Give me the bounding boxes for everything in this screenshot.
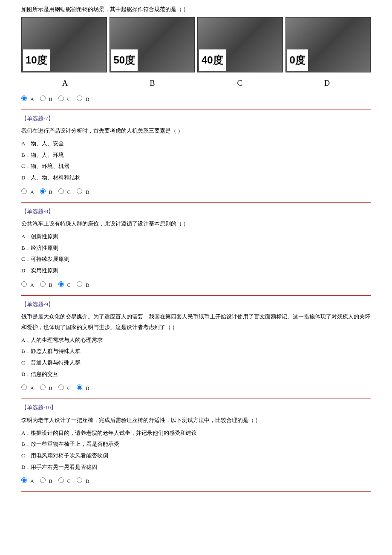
option-c: C．用电风扇对椅子吹风看能否吹倒 bbox=[21, 451, 371, 461]
option-c: C．物、环境、机器 bbox=[21, 161, 371, 172]
option-a: A．人的生理需求与人的心理需求 bbox=[21, 335, 371, 346]
figure-c: 40度 bbox=[197, 17, 283, 72]
divider bbox=[21, 295, 371, 296]
radio-q7-a[interactable] bbox=[21, 188, 27, 194]
question-title: 【单选题-8】 bbox=[21, 206, 371, 217]
radio-q10-d[interactable] bbox=[77, 477, 82, 483]
radio-label: C bbox=[67, 477, 71, 486]
image-label-c: C bbox=[196, 76, 283, 90]
option-d: D．实用性原则 bbox=[21, 266, 371, 276]
option-b: B．经济性原则 bbox=[21, 243, 371, 254]
radio-q6-a[interactable] bbox=[21, 95, 27, 101]
question-text: 公共汽车上设有特殊人群的座位，此设计遵循了设计基本原则的（ ） bbox=[21, 219, 371, 229]
radio-q10-a[interactable] bbox=[21, 477, 27, 483]
radio-q7-c[interactable] bbox=[58, 188, 64, 194]
radio-q9-a[interactable] bbox=[21, 384, 27, 390]
option-c: C．可持续发展原则 bbox=[21, 254, 371, 265]
question-title: 【单选题-9】 bbox=[21, 299, 371, 310]
radio-label: D bbox=[86, 188, 89, 197]
radio-q10-b[interactable] bbox=[40, 477, 46, 483]
question-text: 李明为老年人设计了一把座椅，完成后需验证座椅的舒适性，以下测试方法中，比较合理的… bbox=[21, 415, 371, 426]
question-text: 钱币是最大众化的交易媒介。为了适应盲人的需要，我国在第四套人民币纸币上开始设计使… bbox=[21, 312, 371, 332]
radio-label: C bbox=[67, 95, 71, 104]
radio-label: C bbox=[67, 280, 71, 290]
radio-q7-d[interactable] bbox=[77, 188, 82, 194]
radio-label: D bbox=[86, 384, 89, 393]
divider bbox=[21, 110, 371, 110]
radio-label: B bbox=[49, 280, 52, 290]
option-d: D．人、物、材料和结构 bbox=[21, 173, 371, 183]
option-b: B．物、人、环境 bbox=[21, 150, 371, 161]
angle-label-d: 0度 bbox=[287, 49, 308, 71]
radio-q8-a[interactable] bbox=[21, 281, 27, 287]
option-d: D．信息的交互 bbox=[21, 369, 371, 380]
question-title: 【单选题-7】 bbox=[21, 113, 371, 124]
question-6: 如图所示是用钢锯锯割角钢的场景，其中起锯操作符合规范的是（ ） 10度 50度 … bbox=[21, 4, 371, 104]
option-b: B．静态人群与特殊人群 bbox=[21, 346, 371, 357]
radio-q8-c[interactable] bbox=[58, 281, 64, 287]
radio-group-q10: A B C D bbox=[21, 477, 371, 486]
image-row: 10度 50度 40度 0度 bbox=[21, 17, 371, 72]
radio-q6-d[interactable] bbox=[77, 95, 82, 101]
radio-label: C bbox=[67, 188, 71, 197]
option-a: A．物、人、安全 bbox=[21, 139, 371, 149]
radio-label: B bbox=[49, 95, 52, 104]
radio-q6-c[interactable] bbox=[58, 95, 64, 101]
radio-label: D bbox=[86, 477, 89, 486]
divider bbox=[21, 491, 371, 492]
image-label-a: A bbox=[21, 76, 109, 90]
radio-group-q7: A B C D bbox=[21, 188, 371, 197]
angle-label-c: 40度 bbox=[199, 49, 226, 71]
radio-q8-d[interactable] bbox=[77, 281, 82, 287]
question-7: 【单选题-7】 我们在进行产品设计分析时，首先要考虑的人机关系三要素是（ ） A… bbox=[21, 113, 371, 197]
angle-label-a: 10度 bbox=[23, 49, 50, 71]
image-label-row: A B C D bbox=[21, 76, 371, 90]
question-9: 【单选题-9】 钱币是最大众化的交易媒介。为了适应盲人的需要，我国在第四套人民币… bbox=[21, 299, 371, 394]
question-title: 【单选题-10】 bbox=[21, 402, 371, 413]
figure-d: 0度 bbox=[285, 17, 371, 72]
radio-q6-b[interactable] bbox=[40, 95, 46, 101]
option-a: A．创新性原则 bbox=[21, 231, 371, 242]
option-d: D．用手左右晃一晃看是否稳固 bbox=[21, 462, 371, 473]
radio-label: B bbox=[49, 477, 52, 486]
radio-label: B bbox=[49, 384, 52, 393]
question-8: 【单选题-8】 公共汽车上设有特殊人群的座位，此设计遵循了设计基本原则的（ ） … bbox=[21, 206, 371, 290]
radio-q8-b[interactable] bbox=[40, 281, 46, 287]
divider bbox=[21, 399, 371, 399]
figure-b: 50度 bbox=[110, 17, 195, 72]
radio-q9-d[interactable] bbox=[77, 384, 82, 390]
image-label-d: D bbox=[283, 76, 371, 90]
radio-label: B bbox=[49, 188, 52, 197]
radio-label: D bbox=[86, 280, 89, 290]
radio-label: D bbox=[86, 95, 89, 104]
radio-label: A bbox=[30, 477, 34, 486]
radio-group-q6: A B C D bbox=[21, 95, 371, 104]
divider bbox=[21, 202, 371, 203]
radio-q9-c[interactable] bbox=[58, 384, 64, 390]
radio-q10-c[interactable] bbox=[58, 477, 64, 483]
angle-label-b: 50度 bbox=[111, 49, 138, 71]
radio-label: A bbox=[30, 95, 34, 104]
radio-group-q8: A B C D bbox=[21, 280, 371, 290]
option-a: A．根据设计的目的，请养老院的老年人试坐，并记录他们的感受和建议 bbox=[21, 428, 371, 439]
radio-label: A bbox=[30, 384, 34, 393]
radio-group-q9: A B C D bbox=[21, 384, 371, 393]
radio-label: A bbox=[30, 188, 34, 197]
figure-a: 10度 bbox=[21, 17, 107, 72]
question-10: 【单选题-10】 李明为老年人设计了一把座椅，完成后需验证座椅的舒适性，以下测试… bbox=[21, 402, 371, 486]
option-b: B．放一些重物在椅子上，看是否能承受 bbox=[21, 439, 371, 450]
question-text: 我们在进行产品设计分析时，首先要考虑的人机关系三要素是（ ） bbox=[21, 126, 371, 136]
question-text: 如图所示是用钢锯锯割角钢的场景，其中起锯操作符合规范的是（ ） bbox=[21, 4, 371, 15]
radio-label: A bbox=[30, 280, 34, 290]
radio-label: C bbox=[67, 384, 71, 393]
option-c: C．普通人群与特殊人群 bbox=[21, 358, 371, 368]
radio-q9-b[interactable] bbox=[40, 384, 46, 390]
image-label-b: B bbox=[109, 76, 196, 90]
radio-q7-b[interactable] bbox=[40, 188, 46, 194]
